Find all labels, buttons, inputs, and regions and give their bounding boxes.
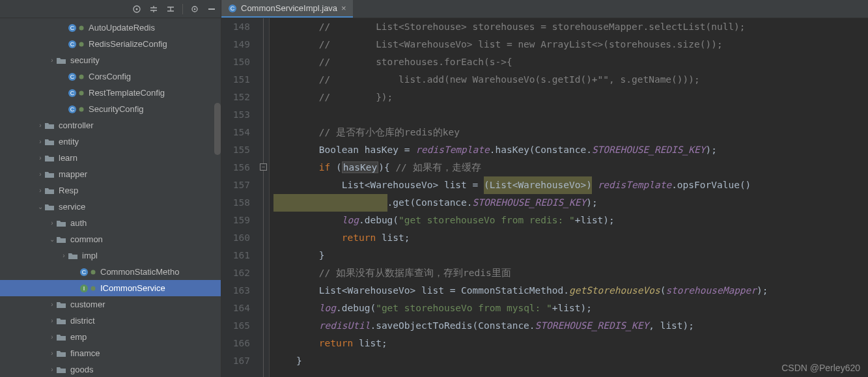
svg-point-22 (91, 270, 96, 274)
tree-item-district[interactable]: ›district (0, 313, 221, 329)
tree-item-finamce[interactable]: ›finamce (0, 345, 221, 361)
tree-label: Resp (59, 186, 78, 195)
code-line-158[interactable]: .get(Constance.STOREHOUSE_REDIS_KEY); (273, 194, 868, 212)
tree-item-resp[interactable]: ›Resp (0, 182, 221, 199)
svg-text:C: C (231, 5, 235, 12)
svg-text:I: I (83, 285, 85, 292)
tree-item-emp[interactable]: ›emp (0, 329, 221, 345)
tree-item-learn[interactable]: ›learn (0, 150, 221, 166)
tree-label: auth (70, 218, 87, 228)
svg-point-13 (79, 74, 84, 79)
code-line-161[interactable]: } (273, 247, 868, 264)
code-line-156[interactable]: if (hasKey){ // 如果有，走缓存 (273, 159, 868, 176)
code-line-155[interactable]: Boolean hasKey = redisTemplate.hasKey(Co… (273, 141, 868, 159)
fold-column[interactable]: − (258, 18, 270, 377)
tree-item-commonstaticmetho[interactable]: CCommonStaticMetho (0, 264, 221, 280)
tree-item-autoupdateredis[interactable]: CAutoUpdateRedis (0, 20, 221, 36)
tree-arrow[interactable]: › (48, 350, 56, 357)
tree-arrow[interactable]: › (48, 301, 56, 308)
gear-icon[interactable] (189, 4, 200, 14)
code-line-167[interactable]: } (273, 352, 868, 370)
tree-item-controller[interactable]: ›controller (0, 117, 221, 133)
line-number: 159 (221, 212, 250, 229)
tree-label: goods (70, 365, 93, 374)
code-line-163[interactable]: List<WarehouseVo> list = CommonStaticMet… (273, 282, 868, 300)
line-number: 166 (221, 335, 250, 352)
code-line-154[interactable]: // 是否有小仓库的redis的key (273, 124, 868, 141)
tree-arrow[interactable]: › (48, 333, 56, 341)
tree-item-goods[interactable]: ›goods (0, 361, 221, 377)
code-line-152[interactable]: // }); (273, 89, 868, 106)
line-number: 161 (221, 247, 250, 264)
svg-text:C: C (70, 25, 75, 31)
code-line-153[interactable] (273, 106, 868, 124)
folder-icon (56, 219, 66, 228)
line-number: 160 (221, 229, 250, 247)
tree-arrow[interactable]: › (36, 138, 44, 145)
collapse-all-icon[interactable] (165, 4, 176, 14)
tree-item-redisserializeconfig[interactable]: CRedisSerializeConfig (0, 36, 221, 52)
tree-item-service[interactable]: ⌄service (0, 199, 221, 215)
code-line-148[interactable]: // List<Storehouse> storehouses = storeh… (273, 18, 868, 36)
line-number: 155 (221, 141, 250, 159)
line-gutter: 1481491501511521531541551561571581591601… (221, 18, 258, 377)
tree-item-customer[interactable]: ›customer (0, 296, 221, 313)
tree-arrow[interactable]: › (36, 122, 44, 129)
tree-item-icommonservice[interactable]: IICommonService (0, 280, 221, 296)
code-line-165[interactable]: redisUtil.saveObjectToRedis(Constance.ST… (273, 317, 868, 335)
code-line-164[interactable]: log.debug("get storehouseVo from mysql: … (273, 300, 868, 317)
folder-icon (44, 137, 55, 147)
tree-item-mapper[interactable]: ›mapper (0, 166, 221, 182)
tree-arrow[interactable]: › (36, 187, 44, 194)
tree-item-resttemplateconfig[interactable]: CRestTemplateConfig (0, 85, 221, 101)
line-number: 167 (221, 352, 250, 370)
tree-item-impl[interactable]: ›impl (0, 247, 221, 264)
close-icon[interactable]: × (341, 3, 346, 13)
tree-arrow[interactable]: › (48, 366, 56, 373)
svg-point-1 (136, 8, 138, 10)
tree-item-auth[interactable]: ›auth (0, 215, 221, 231)
svg-text:C: C (70, 90, 75, 96)
fold-marker[interactable]: − (260, 163, 267, 171)
code-line-149[interactable]: // List<WarehouseVo> list = new ArrayLis… (273, 36, 868, 53)
code-line-151[interactable]: // list.add(new WarehouseVo(s.getId()+""… (273, 71, 868, 89)
tree-scrollbar[interactable] (214, 103, 221, 155)
tree-arrow[interactable]: › (48, 219, 56, 227)
code-line-162[interactable]: // 如果没有从数据库查询，存到redis里面 (273, 264, 868, 282)
tree-label: ICommonService (100, 283, 165, 293)
code-line-160[interactable]: return list; (273, 229, 868, 247)
target-icon[interactable] (132, 4, 142, 14)
tree-arrow[interactable]: › (36, 154, 44, 161)
tab-commonserviceimpl[interactable]: C CommonServiceImpl.java × (221, 0, 353, 18)
tree-arrow[interactable]: › (48, 57, 56, 64)
editor-tabs: C CommonServiceImpl.java × (221, 0, 868, 18)
code-line-150[interactable]: // storehouses.forEach(s->{ (273, 53, 868, 71)
tree-label: service (59, 202, 85, 212)
tree-item-entity[interactable]: ›entity (0, 133, 221, 150)
code-line-159[interactable]: log.debug("get storehouseVo from redis: … (273, 212, 868, 229)
code-line-166[interactable]: return list; (273, 335, 868, 352)
tree-arrow[interactable]: ⌄ (36, 203, 44, 210)
tree-item-securityconfig[interactable]: CSecurityConfig (0, 101, 221, 117)
tree-item-corsconfig[interactable]: CCorsConfig (0, 68, 221, 85)
code-editor[interactable]: 1481491501511521531541551561571581591601… (221, 18, 868, 377)
tree-item-common[interactable]: ⌄common (0, 231, 221, 247)
folder-icon (68, 251, 78, 260)
tree-item-security[interactable]: ›security (0, 52, 221, 68)
code-area[interactable]: // List<Storehouse> storehouses = storeh… (270, 18, 868, 377)
tree-arrow[interactable]: ⌄ (48, 236, 56, 243)
tree-arrow[interactable]: › (48, 317, 56, 324)
tree-label: CommonStaticMetho (100, 267, 179, 277)
class-icon: C (68, 89, 85, 98)
hide-icon[interactable] (206, 4, 217, 14)
code-line-157[interactable]: List<WarehouseVo> list = (List<Warehouse… (273, 176, 868, 194)
svg-point-16 (79, 91, 84, 95)
line-number: 165 (221, 317, 250, 335)
tree-label: AutoUpdateRedis (89, 23, 155, 33)
line-number: 163 (221, 282, 250, 300)
project-tree[interactable]: CAutoUpdateRedisCRedisSerializeConfig›se… (0, 18, 221, 377)
tree-arrow[interactable]: › (60, 252, 68, 259)
expand-all-icon[interactable] (148, 4, 159, 14)
tree-label: customer (70, 300, 105, 309)
tree-arrow[interactable]: › (36, 171, 44, 178)
